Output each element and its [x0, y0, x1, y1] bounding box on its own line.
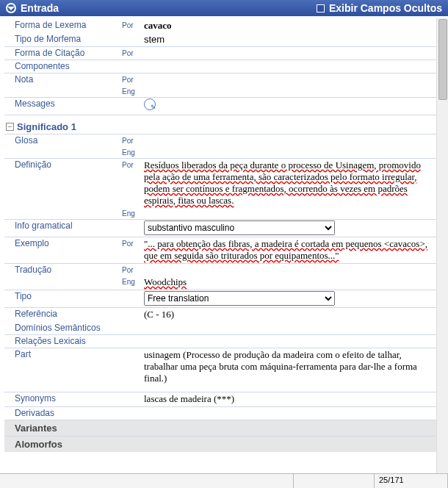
label-info-gramatical: Info gramatical: [4, 220, 122, 231]
scrollbar-vertical[interactable]: [436, 18, 448, 473]
lang-tag: Por: [122, 238, 144, 248]
lang-tag: Eng: [122, 147, 144, 157]
panel-header: Entrada Exibir Campos Ocultos: [0, 0, 448, 16]
label-referencia: Referência: [4, 309, 122, 319]
lang-tag: Eng: [122, 86, 144, 96]
status-page-count: 25/171: [375, 474, 448, 488]
globe-edit-icon[interactable]: [144, 98, 156, 110]
lang-tag: Eng: [122, 208, 144, 218]
label-derivadas: Derivadas: [4, 408, 122, 418]
lang-tag: Por: [122, 135, 144, 145]
label-nota: Nota: [4, 74, 122, 85]
value-definicao[interactable]: Resíduos liberados da peça durante o pro…: [144, 159, 421, 206]
value-synonyms[interactable]: lascas de madeira (***): [144, 393, 441, 405]
lang-empty: [122, 34, 144, 35]
section-variantes[interactable]: Variantes: [4, 420, 441, 437]
status-bar: 25/171: [0, 473, 448, 488]
label-dominios: Domínios Semânticos: [4, 323, 122, 333]
select-tipo[interactable]: Free translation: [144, 291, 335, 306]
collapse-icon[interactable]: [6, 3, 16, 13]
label-glosa: Glosa: [4, 135, 122, 146]
label-definicao: Definição: [4, 159, 122, 170]
lang-tag: Por: [122, 48, 144, 57]
value-exemplo[interactable]: "... para obtenção das fibras, a madeira…: [144, 238, 427, 261]
show-hidden-fields-toggle[interactable]: Exibir Campos Ocultos: [317, 2, 442, 14]
lang-tag: Por: [122, 20, 144, 29]
label-componentes: Componentes: [4, 61, 122, 71]
lang-tag: Por: [122, 74, 144, 84]
value-tipo-morfema[interactable]: stem: [144, 34, 441, 45]
checkbox-icon: [317, 4, 325, 12]
value-traducao-eng[interactable]: Woodchips: [144, 276, 187, 287]
label-traducao: Tradução: [4, 265, 122, 275]
show-hidden-fields-label: Exibir Campos Ocultos: [329, 2, 442, 14]
label-synonyms: Synonyms: [4, 393, 122, 403]
status-cell-1: [0, 474, 294, 488]
header-title: Entrada: [21, 2, 59, 14]
label-tipo: Tipo: [4, 291, 122, 301]
label-part: Part: [4, 349, 122, 359]
label-forma-lexema: Forma de Lexema: [4, 20, 122, 30]
select-info-gramatical[interactable]: substantivo masculino: [144, 220, 335, 235]
lang-tag: Por: [122, 159, 144, 169]
section-alomorfos[interactable]: Alomorfos: [4, 437, 441, 452]
collapse-box-icon[interactable]: −: [6, 123, 14, 131]
value-lexema[interactable]: cavaco: [144, 20, 441, 32]
label-relacoes: Relações Lexicais: [4, 336, 122, 346]
lang-tag: Eng: [122, 276, 144, 286]
form-content: Forma de Lexema Por cavaco Tipo de Morfe…: [0, 16, 448, 475]
status-cell-2: [294, 474, 375, 488]
label-messages: Messages: [4, 98, 122, 109]
label-forma-citacao: Forma de Citação: [4, 48, 122, 58]
scroll-thumb[interactable]: [438, 19, 447, 100]
value-referencia[interactable]: (C - 16): [144, 309, 441, 320]
lang-tag: Por: [122, 265, 144, 274]
section-significado: Significado 1: [17, 121, 76, 132]
label-tipo-morfema: Tipo de Morfema: [4, 34, 122, 44]
label-exemplo: Exemplo: [4, 238, 122, 248]
value-part[interactable]: usinagem (Processo de produção da madeir…: [144, 349, 441, 384]
